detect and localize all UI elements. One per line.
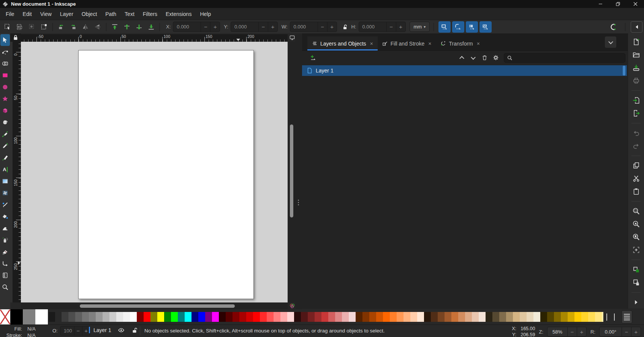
palette-swatch[interactable] (157, 312, 164, 322)
tool-measure[interactable] (0, 269, 10, 281)
save-document-button[interactable] (630, 62, 642, 73)
tool-node-editor[interactable] (0, 46, 10, 58)
close-tab-icon[interactable]: × (370, 41, 373, 47)
palette-swatch[interactable] (506, 312, 513, 322)
menu-item[interactable]: File (2, 8, 19, 20)
tab-transform[interactable]: Transform × (436, 36, 484, 50)
palette-swatch[interactable] (383, 312, 390, 322)
rotation-value[interactable]: 0.00° (600, 327, 622, 336)
palette-swatch[interactable] (123, 312, 130, 322)
fill-value[interactable]: N/A (27, 326, 36, 332)
palette-swatch[interactable] (219, 312, 226, 322)
width-spinbox[interactable]: 0.000 − + (290, 22, 337, 32)
palette-swatch[interactable] (274, 312, 280, 322)
tool-dropper[interactable] (0, 199, 10, 211)
undo-button[interactable] (630, 128, 642, 139)
move-layer-down-button[interactable] (467, 52, 479, 63)
close-tab-icon[interactable]: × (477, 41, 480, 47)
vertical-scrollbar-thumb[interactable] (290, 124, 293, 217)
import-button[interactable] (630, 95, 642, 106)
add-layer-button[interactable] (307, 52, 319, 63)
rotation-increment-button[interactable]: + (631, 327, 641, 336)
document-page[interactable] (78, 50, 254, 299)
palette-swatch[interactable] (602, 312, 603, 322)
palette-swatch[interactable] (356, 312, 362, 322)
tool-ellipse[interactable] (0, 81, 10, 93)
palette-swatch[interactable] (280, 312, 287, 322)
raise-to-top-button[interactable] (109, 21, 121, 33)
palette-swatch[interactable] (89, 312, 96, 322)
menu-item[interactable]: Object (78, 8, 101, 20)
lower-to-bottom-button[interactable] (145, 21, 157, 33)
palette-swatch[interactable] (103, 312, 109, 322)
rotate-ccw-button[interactable] (55, 21, 67, 33)
palette-swatch[interactable] (205, 312, 212, 322)
height-spinbox[interactable]: 0.000 − + (359, 22, 406, 32)
zoom-increment-button[interactable]: + (577, 327, 586, 336)
palette-swatch[interactable] (294, 312, 301, 322)
palette-menu-button[interactable] (622, 310, 632, 323)
tool-spray[interactable] (0, 234, 10, 246)
toggle-selection-box-button[interactable] (38, 21, 50, 33)
palette-swatch[interactable] (362, 312, 369, 322)
palette-swatch[interactable] (554, 312, 561, 322)
redo-button[interactable] (630, 140, 642, 151)
menu-item[interactable]: Edit (19, 8, 36, 20)
palette-swatch[interactable] (178, 312, 185, 322)
horizontal-scrollbar[interactable] (21, 303, 288, 309)
height-decrement-button[interactable]: − (386, 22, 396, 31)
collapse-toolbar-button[interactable] (631, 21, 642, 33)
palette-swatch[interactable] (49, 312, 55, 322)
lock-guides-toggle[interactable] (10, 33, 21, 42)
palette-swatch[interactable] (137, 312, 144, 322)
close-tab-icon[interactable]: × (428, 41, 431, 47)
panel-menu-button[interactable] (605, 36, 616, 48)
palette-swatch[interactable] (35, 309, 48, 324)
opacity-decrement-button[interactable]: − (74, 326, 82, 335)
tool-eraser[interactable] (0, 246, 10, 258)
rotate-cw-button[interactable] (67, 21, 79, 33)
palette-swatch[interactable] (581, 312, 588, 322)
tool-selector[interactable] (0, 34, 10, 46)
opacity-spinbox[interactable]: 100 − + (60, 326, 90, 335)
zoom-to-drawing-button[interactable] (630, 219, 642, 230)
palette-swatch[interactable] (233, 312, 239, 322)
x-spinbox[interactable]: 0.000 − + (173, 22, 220, 32)
menu-item[interactable]: Path (101, 8, 120, 20)
palette-swatch[interactable] (588, 312, 595, 322)
palette-swatch[interactable] (397, 312, 403, 322)
opacity-value[interactable]: 100 (60, 326, 74, 335)
flip-vertical-button[interactable] (92, 21, 104, 33)
zoom-decrement-button[interactable]: − (567, 327, 577, 336)
palette-swatch[interactable] (349, 312, 356, 322)
palette-swatch[interactable] (198, 312, 205, 322)
palette-swatch[interactable] (342, 312, 349, 322)
tool-box-3d[interactable] (0, 105, 10, 117)
menu-item[interactable]: Layer (56, 8, 78, 20)
palette-swatch[interactable] (451, 312, 458, 322)
vertical-ruler[interactable]: 050100150200250 (13, 42, 21, 302)
width-increment-button[interactable]: + (327, 22, 337, 31)
palette-swatch[interactable] (212, 312, 219, 322)
palette-swatch[interactable] (23, 309, 35, 324)
palette-swatch[interactable] (431, 312, 438, 322)
palette-swatch[interactable] (561, 312, 568, 322)
select-all-button[interactable] (2, 21, 14, 33)
palette-swatch[interactable] (191, 312, 198, 322)
tab-fill-and-stroke[interactable]: Fill and Stroke × (378, 36, 436, 50)
palette-swatch[interactable] (472, 312, 479, 322)
zoom-to-page-button[interactable] (630, 231, 642, 243)
zoom-center-page-button[interactable] (630, 244, 642, 255)
zoom-spinbox[interactable]: 58% − + (547, 327, 587, 337)
palette-swatch[interactable] (410, 312, 417, 322)
menu-item[interactable]: Text (120, 8, 139, 20)
move-layer-up-button[interactable] (456, 52, 467, 63)
new-document-button[interactable] (630, 36, 642, 47)
palette-swatch[interactable] (574, 312, 581, 322)
palette-swatch[interactable] (315, 312, 321, 322)
snap-settings-button[interactable] (608, 21, 620, 33)
tool-text[interactable]: A (0, 164, 10, 175)
palette-swatch[interactable] (226, 312, 233, 322)
palette-swatch[interactable] (246, 312, 253, 322)
palette-swatch[interactable] (328, 312, 335, 322)
